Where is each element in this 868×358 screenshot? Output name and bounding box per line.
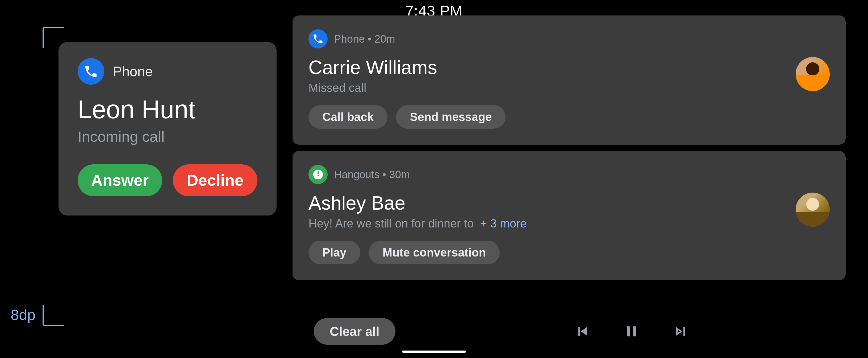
hangouts-notif-app-label: Hangouts • 30m — [334, 169, 410, 181]
next-track-button[interactable] — [672, 323, 689, 340]
phone-notif-icon — [308, 29, 328, 49]
phone-app-icon — [78, 58, 104, 85]
answer-button[interactable]: Answer — [78, 164, 162, 196]
mute-conversation-button[interactable]: Mute conversation — [369, 241, 500, 264]
call-back-button[interactable]: Call back — [308, 105, 388, 129]
home-indicator — [402, 351, 466, 353]
previous-track-button[interactable] — [574, 323, 591, 340]
hangouts-notification-card: Hangouts • 30m Ashley Bae Hey! Are we st… — [292, 151, 846, 280]
carrie-avatar — [796, 57, 830, 91]
call-actions: Answer Decline — [78, 164, 257, 196]
hangouts-notif-body: Ashley Bae Hey! Are we still on for dinn… — [308, 193, 830, 230]
call-card-header: Phone — [78, 58, 257, 85]
media-controls — [417, 323, 847, 340]
decline-button[interactable]: Decline — [173, 164, 257, 196]
send-message-button[interactable]: Send message — [396, 105, 505, 129]
more-link: + 3 more — [480, 217, 527, 230]
bottom-bar: Clear all — [292, 305, 868, 358]
play-pause-button[interactable] — [623, 323, 640, 340]
carrie-williams-name: Carrie Williams — [308, 57, 787, 78]
call-card-app-name: Phone — [113, 63, 153, 79]
phone-notif-actions: Call back Send message — [308, 105, 830, 129]
dp-label: 8dp — [11, 306, 35, 323]
phone-notif-app-label: Phone • 20m — [334, 33, 395, 45]
hangouts-notif-header: Hangouts • 30m — [308, 165, 830, 184]
phone-notification-card: Phone • 20m Carrie Williams Missed call … — [292, 16, 846, 145]
ashley-bae-name: Ashley Bae — [308, 193, 787, 214]
hangouts-notif-subtitle: Hey! Are we still on for dinner to + 3 m… — [308, 217, 787, 230]
ashley-avatar — [796, 193, 830, 227]
caller-name: Leon Hunt — [78, 95, 257, 123]
hangouts-notif-icon — [308, 165, 328, 184]
phone-notif-body: Carrie Williams Missed call — [308, 57, 830, 94]
phone-notif-subtitle: Missed call — [308, 81, 787, 94]
phone-notif-header: Phone • 20m — [308, 29, 830, 49]
call-card: Phone Leon Hunt Incoming call Answer Dec… — [59, 42, 277, 216]
notification-panel: Phone • 20m Carrie Williams Missed call … — [292, 16, 846, 286]
call-status: Incoming call — [78, 128, 257, 145]
phone-notif-text: Carrie Williams Missed call — [308, 57, 787, 94]
clear-all-button[interactable]: Clear all — [314, 318, 396, 345]
hangouts-notif-actions: Play Mute conversation — [308, 241, 830, 264]
play-button[interactable]: Play — [308, 241, 360, 264]
bracket-bottom-left — [42, 305, 64, 326]
hangouts-notif-text: Ashley Bae Hey! Are we still on for dinn… — [308, 193, 787, 230]
hangouts-message-text: Hey! Are we still on for dinner to — [308, 217, 474, 230]
